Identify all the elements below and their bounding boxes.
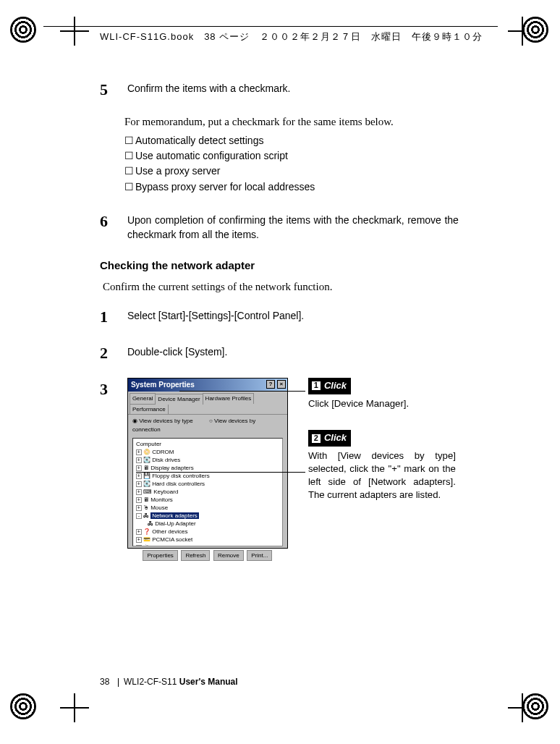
badge-number: 1 [311,381,321,391]
tree-item: +💽 Disk drives [136,456,279,464]
expand-icon[interactable]: + [136,465,142,471]
section-heading: Checking the network adapter [100,258,460,274]
step-text: Double-click [System]. [127,342,459,359]
callout-line [136,472,305,473]
cb-item: Bypass proxy server for local addresses [135,181,315,193]
page-number: 38 [100,677,109,687]
step-number: 6 [100,210,124,233]
step-6: 6 Upon completion of confirming the item… [100,210,460,242]
expand-icon[interactable]: + [136,497,142,503]
s2-step-2: 2 Double-click [System]. [100,342,460,365]
view-mode-radios: ◉ View devices by type ○ View devices by… [128,415,287,436]
tree-item: +📀 CDROM [136,448,279,456]
help-button[interactable]: ? [266,380,275,389]
section-sub: Confirm the current settings of the netw… [103,279,460,295]
tree-item: +💾 Floppy disk controllers [136,472,279,480]
cb-item: Use automatic configuration script [135,150,288,161]
button-row: Properties Refresh Remove Print... [128,548,287,564]
checkbox-icon: ☐ [124,135,134,146]
footer-divider [118,678,119,687]
tab-device-manager[interactable]: Device Manager [155,394,203,405]
tree-item: Computer [136,440,279,448]
crop-cross-icon [60,693,89,722]
expand-icon[interactable]: + [136,481,142,487]
click-badge-2: 2 Click [308,430,351,447]
step-text: Confirm the items with a checkmark. [127,78,459,96]
tree-item-network: -🖧 Network adapters [136,512,279,520]
expand-icon[interactable]: + [136,457,142,463]
checkbox-icon: ☐ [124,150,134,161]
step-number: 2 [100,342,124,365]
annotation-2: 2 Click With [View devices by type] sele… [308,430,456,501]
expand-icon[interactable]: + [136,545,142,546]
cb-item: Automatically detect settings [135,135,263,146]
page-footer: 38 WLI2-CF-S11 User's Manual [100,677,238,687]
step-text: Select [Start]-[Settings]-[Control Panel… [127,305,459,323]
tree-item: +💽 Hard disk controllers [136,480,279,488]
print-button[interactable]: Print... [247,550,272,562]
crop-cross-icon [60,17,89,46]
badge-text: Click [324,379,347,393]
badge-text: Click [324,431,347,445]
step-number: 1 [100,305,124,329]
tab-strip: GeneralDevice ManagerHardware ProfilesPe… [128,392,287,415]
expand-icon[interactable]: + [136,505,142,511]
tree-item: 🖧 Dial-Up Adapter [136,520,279,528]
tree-item: +💳 PCMCIA socket [136,536,279,544]
device-tree[interactable]: Computer +📀 CDROM +💽 Disk drives +🖥 Disp… [132,438,283,546]
cb-item: Use a proxy server [135,165,220,177]
step-number: 5 [100,78,124,101]
radio-by-type[interactable]: ◉ View devices by type [132,418,200,424]
checkbox-icon: ☐ [124,181,134,193]
properties-button[interactable]: Properties [143,550,177,562]
radio-label: View devices by type [139,418,193,424]
page-header-breadcrumb: WLI-CF-S11G.book 38 ページ ２００２年２月２７日 水曜日 午… [100,30,483,43]
registration-gear-icon [522,17,548,43]
tree-item: +🔌 Ports (COM & LPT) [136,544,279,546]
tree-item: +🖥 Display adapters [136,464,279,472]
checklist: ☐Automatically detect settings ☐Use auto… [124,133,460,194]
s2-step-3: 3 System Properties ? × GeneralDevice Ma… [100,378,460,549]
manual-title: WLI2-CF-S11 User's Manual [124,677,238,687]
step-text: Upon completion of confirming the items … [127,210,459,242]
step-number: 3 [100,378,124,401]
registration-gear-icon [522,693,548,719]
expand-icon[interactable]: + [136,473,142,479]
checkbox-icon: ☐ [124,165,134,177]
close-button[interactable]: × [277,380,286,389]
click-badge-1: 1 Click [308,378,351,394]
window-title: System Properties [131,381,195,389]
annotation-text: With [View devices by type] selected, cl… [308,449,456,501]
tab-hardware-profiles[interactable]: Hardware Profiles [203,393,255,404]
tree-item: +⌨ Keyboard [136,488,279,496]
badge-number: 2 [311,434,321,444]
annotation-text: Click [Device Manager]. [308,397,456,410]
system-properties-window: System Properties ? × GeneralDevice Mana… [127,378,288,549]
expand-icon[interactable]: + [136,449,142,455]
tab-performance[interactable]: Performance [130,404,169,415]
memorandum-note: For memorandum, put a checkmark for the … [124,114,460,130]
annotation-1: 1 Click Click [Device Manager]. [308,378,456,410]
step-5: 5 Confirm the items with a checkmark. [100,78,460,101]
s2-step-1: 1 Select [Start]-[Settings]-[Control Pan… [100,305,460,329]
expand-icon[interactable]: + [136,537,142,543]
callout-line [179,391,305,392]
expand-icon[interactable]: - [136,513,142,519]
annotation-column: 1 Click Click [Device Manager]. 2 Click … [308,378,456,549]
registration-gear-icon [10,17,36,43]
refresh-button[interactable]: Refresh [181,550,210,562]
window-titlebar: System Properties ? × [128,379,287,392]
remove-button[interactable]: Remove [213,550,244,562]
expand-icon[interactable]: + [136,529,142,535]
tree-item: +🖱 Mouse [136,504,279,512]
tree-item: +🖥 Monitors [136,496,279,504]
tab-general[interactable]: General [130,393,156,404]
registration-gear-icon [10,693,36,719]
expand-icon[interactable]: + [136,489,142,495]
tree-item: +❓ Other devices [136,528,279,536]
header-rule [43,26,498,27]
